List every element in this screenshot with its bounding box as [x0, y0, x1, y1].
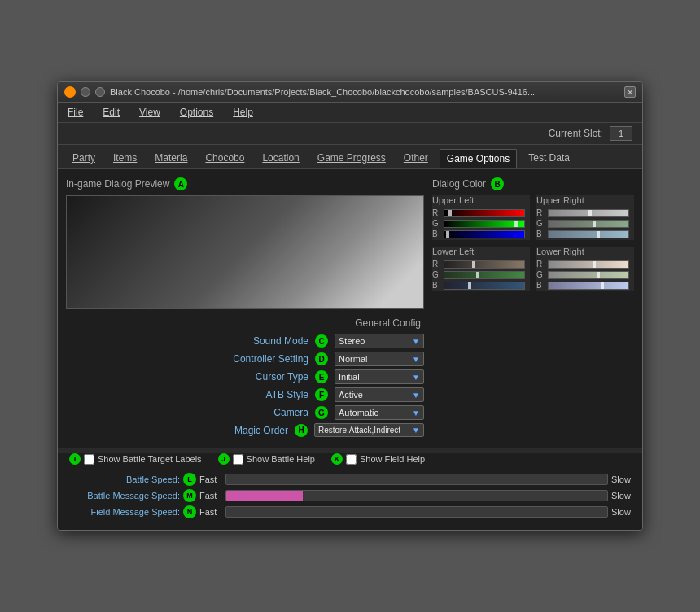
ur-b-slider[interactable]: [548, 230, 629, 238]
badge-d: D: [315, 352, 328, 365]
dialog-color-label: Dialog Color: [432, 178, 486, 190]
checkbox-field-help: K Show Field Help: [331, 453, 425, 465]
ul-b-label: B: [432, 230, 440, 238]
checkbox-battle-help: J Show Battle Help: [218, 453, 315, 465]
lower-right-title: Lower Right: [536, 247, 634, 256]
menu-bar: File Edit View Options Help: [58, 103, 642, 123]
lr-g-channel: G: [536, 270, 634, 279]
tab-party[interactable]: Party: [66, 149, 102, 168]
camera-arrow: ▼: [412, 409, 420, 417]
lr-b-label: B: [536, 281, 545, 290]
minimize-btn[interactable]: [81, 87, 90, 97]
atb-style-select[interactable]: Active ▼: [335, 387, 424, 402]
app-icon: [64, 86, 76, 98]
menu-view[interactable]: View: [136, 105, 164, 120]
ur-r-channel: R: [536, 208, 634, 217]
content-area: In-game Dialog Preview A General Config …: [58, 169, 642, 448]
ur-r-slider[interactable]: [548, 209, 629, 217]
ll-g-slider[interactable]: [444, 271, 525, 279]
title-bar: Black Chocobo - /home/chris/Documents/Pr…: [58, 82, 642, 103]
ll-r-slider[interactable]: [444, 260, 525, 269]
ul-b-thumb: [446, 231, 449, 238]
tab-game-options[interactable]: Game Options: [440, 149, 517, 168]
ur-g-channel: G: [536, 219, 634, 228]
cursor-type-select[interactable]: Initial ▼: [335, 369, 424, 384]
ll-b-label: B: [432, 281, 440, 290]
config-row-sound: Sound Mode C Stereo ▼: [66, 334, 424, 348]
sound-mode-arrow: ▼: [412, 337, 420, 346]
camera-select[interactable]: Automatic ▼: [335, 405, 424, 420]
ll-g-channel: G: [432, 270, 530, 279]
maximize-btn[interactable]: [95, 87, 105, 97]
tab-other[interactable]: Other: [397, 149, 435, 168]
tab-test-data[interactable]: Test Data: [522, 149, 576, 168]
dialog-color-section: Dialog Color B Upper Left R: [432, 177, 634, 291]
badge-f: F: [315, 388, 328, 401]
show-battle-target-label: Show Battle Target Labels: [98, 454, 202, 464]
upper-left-title: Upper Left: [432, 195, 530, 205]
ll-b-channel: B: [432, 281, 530, 290]
ur-b-label: B: [536, 230, 545, 238]
lr-r-label: R: [536, 260, 545, 269]
ur-b-thumb: [597, 231, 600, 238]
ul-g-label: G: [432, 219, 440, 228]
magic-order-select[interactable]: Restore,Attack,Indirect ▼: [314, 423, 424, 437]
field-msg-speed-slow: Slow: [611, 507, 634, 517]
config-row-controller: Controller Setting D Normal ▼: [66, 352, 424, 366]
lr-b-slider[interactable]: [548, 282, 629, 290]
tab-chocobo[interactable]: Chocobo: [199, 149, 251, 168]
sound-mode-label: Sound Mode: [253, 335, 308, 347]
window-title: Black Chocobo - /home/chris/Documents/Pr…: [110, 87, 619, 97]
badge-n: N: [183, 505, 196, 518]
color-upper-left: Upper Left R G: [432, 195, 530, 240]
tab-materia[interactable]: Materia: [148, 149, 194, 168]
cursor-type-label: Cursor Type: [256, 371, 308, 382]
dialog-preview-label: In-game Dialog Preview: [66, 178, 169, 190]
sound-mode-select[interactable]: Stereo ▼: [335, 334, 424, 348]
show-battle-target-checkbox[interactable]: [84, 454, 94, 465]
ll-b-slider[interactable]: [444, 282, 525, 290]
tab-location[interactable]: Location: [256, 149, 305, 168]
magic-arrow: ▼: [412, 426, 420, 435]
lr-r-thumb: [593, 261, 596, 268]
battle-speed-bar[interactable]: [225, 474, 608, 485]
ul-r-slider[interactable]: [444, 209, 525, 217]
menu-file[interactable]: File: [64, 105, 86, 120]
checkboxes-row: I Show Battle Target Labels J Show Battl…: [66, 453, 634, 468]
tab-game-progress[interactable]: Game Progress: [311, 149, 392, 168]
current-slot-bar: Current Slot: 1: [58, 123, 642, 145]
field-msg-speed-bar[interactable]: [225, 506, 608, 518]
ul-r-channel: R: [432, 208, 530, 217]
ul-r-label: R: [432, 208, 440, 217]
ul-g-slider[interactable]: [444, 220, 525, 228]
lower-left-title: Lower Left: [432, 247, 530, 256]
tab-items[interactable]: Items: [107, 149, 143, 168]
menu-edit[interactable]: Edit: [99, 105, 123, 120]
ll-r-channel: R: [432, 260, 530, 269]
lr-r-slider[interactable]: [548, 260, 629, 269]
color-upper-right: Upper Right R G: [536, 195, 634, 240]
ul-b-slider[interactable]: [444, 230, 525, 238]
badge-c: C: [315, 334, 328, 348]
camera-label: Camera: [273, 407, 308, 418]
show-field-help-checkbox[interactable]: [346, 454, 357, 465]
ur-g-slider[interactable]: [548, 220, 629, 228]
ul-b-channel: B: [432, 230, 530, 238]
atb-arrow: ▼: [412, 391, 420, 400]
close-button[interactable]: ✕: [624, 86, 636, 98]
menu-options[interactable]: Options: [177, 105, 217, 120]
battle-msg-speed-bar[interactable]: [225, 490, 608, 501]
ul-g-thumb: [514, 221, 518, 227]
badge-i: I: [69, 453, 81, 465]
badge-j: J: [218, 453, 230, 465]
speed-row-field-msg: Field Message Speed: N Fast Slow: [66, 505, 634, 518]
badge-b: B: [491, 177, 504, 190]
lr-g-slider[interactable]: [548, 271, 629, 279]
lr-b-channel: B: [536, 281, 634, 290]
dialog-preview-header: In-game Dialog Preview A: [66, 177, 424, 190]
controller-arrow: ▼: [412, 355, 420, 364]
config-row-cursor: Cursor Type E Initial ▼: [66, 369, 424, 384]
controller-setting-select[interactable]: Normal ▼: [335, 352, 424, 366]
menu-help[interactable]: Help: [230, 105, 256, 120]
show-battle-help-checkbox[interactable]: [233, 454, 243, 465]
